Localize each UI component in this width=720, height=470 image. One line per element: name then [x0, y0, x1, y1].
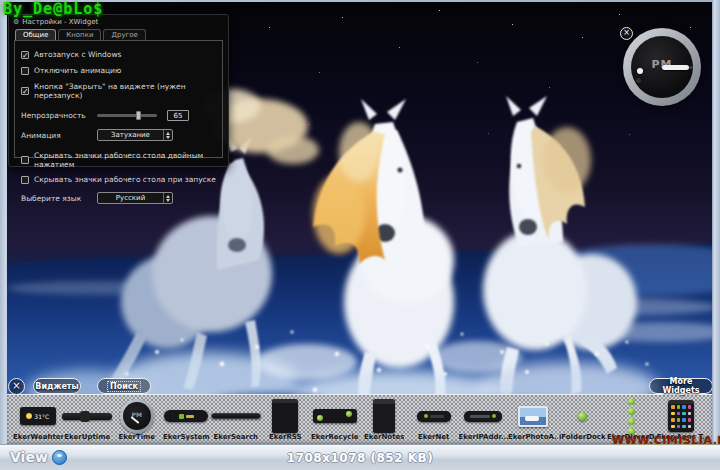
hide-dblclick-checkbox[interactable]: [21, 156, 29, 164]
clock-hour-hand: [662, 65, 689, 70]
dock-item-ekeruptime[interactable]: EkerUptime: [63, 398, 113, 442]
opacity-value[interactable]: 65: [167, 110, 189, 121]
close-btn-row[interactable]: ✓ Кнопка "Закрыть" на виджете (нужен пер…: [21, 82, 216, 100]
dock-item-label: EkerWeahter: [13, 433, 63, 442]
dock-close-button[interactable]: ×: [8, 378, 25, 395]
net-widget-preview: [417, 411, 451, 422]
autostart-row[interactable]: ✓ Автозапуск с Windows: [21, 50, 216, 59]
search-widget-preview: [211, 413, 261, 419]
photo-widget-preview: [518, 406, 548, 427]
dock-item-ekerrecycle[interactable]: EkerRecycle: [310, 398, 360, 442]
hide-dblclick-label: Скрывать значки рабочего стола двойным н…: [34, 151, 216, 169]
hide-startup-row[interactable]: Скрывать значки рабочего стола при запус…: [21, 175, 216, 184]
desktop-wallpaper: ⚙ Настройки - XWidget Общие Кнопки Друго…: [7, 2, 712, 444]
site-watermark: WWW.CIMISLIA.NET: [612, 434, 720, 447]
rss-widget-preview: [272, 399, 298, 433]
language-dropdown[interactable]: Русский: [97, 192, 173, 204]
dock-item-label: EkerNotes: [364, 433, 404, 442]
animation-dropdown[interactable]: Затухание: [97, 129, 173, 141]
opacity-slider-thumb[interactable]: [136, 111, 141, 120]
animation-value: Затухание: [98, 130, 163, 140]
dock-item-label: EkerTime: [118, 433, 155, 442]
dock-item-label: EkerSystem: [163, 433, 210, 442]
dock-item-ifolderdock[interactable]: iFolderDock: [558, 398, 608, 442]
dialog-body: ✓ Автозапуск с Windows Отключить анимаци…: [14, 40, 223, 158]
graffiti-signature: By_De@bLo$: [3, 0, 103, 18]
dock-item-ekeripaddr[interactable]: EkerIPAddr...: [459, 398, 509, 442]
preview-period-label: PM: [120, 411, 154, 418]
dock-item-label: EkerIPAddr...: [459, 433, 509, 442]
widget-dock: 31°C EkerWeahter EkerUptime PM EkerTime: [7, 394, 712, 444]
dialog-tabs: Общие Кнопки Другое: [15, 29, 228, 40]
autostart-label: Автозапуск с Windows: [34, 50, 121, 59]
system-widget-preview: [164, 410, 208, 422]
weather-temp: 31°C: [34, 413, 49, 420]
settings-dialog: ⚙ Настройки - XWidget Общие Кнопки Друго…: [8, 14, 229, 167]
driver-widget-preview: [628, 398, 635, 435]
viewer-statusbar: View 1708x1078 (852 KB): [0, 444, 720, 470]
spinner-arrows-icon[interactable]: [163, 130, 172, 140]
close-btn-checkbox[interactable]: ✓: [21, 87, 29, 95]
tab-other[interactable]: Другое: [103, 29, 145, 40]
hide-startup-checkbox[interactable]: [21, 176, 29, 184]
spinner-arrows-icon[interactable]: [163, 193, 172, 203]
language-label: Выберите язык: [21, 194, 97, 203]
dock-item-label: EkerUptime: [64, 433, 110, 442]
disable-anim-checkbox[interactable]: [21, 67, 29, 75]
uptime-widget-preview: [62, 413, 112, 420]
disable-anim-row[interactable]: Отключить анимацию: [21, 66, 216, 75]
dock-item-ekernotes[interactable]: EkerNotes: [360, 398, 410, 442]
hide-dblclick-row[interactable]: Скрывать значки рабочего стола двойным н…: [21, 151, 216, 169]
notes-widget-preview: [373, 399, 395, 433]
dock-item-label: EkerRSS: [269, 433, 302, 442]
animation-label: Анимация: [21, 131, 97, 140]
dock-item-ekerphotoalbum[interactable]: EkerPhotoA...: [508, 398, 558, 442]
dock-item-ekerrss[interactable]: EkerRSS: [261, 398, 311, 442]
ipaddr-widget-preview: [464, 411, 502, 422]
ifolder-widget-preview: [578, 412, 587, 421]
dock-item-label: EkerPhotoA...: [508, 433, 558, 442]
widget-close-icon[interactable]: ×: [620, 27, 633, 40]
image-viewer-frame: ⚙ Настройки - XWidget Общие Кнопки Друго…: [0, 0, 720, 470]
gear-icon: ⚙: [13, 19, 19, 26]
disable-anim-label: Отключить анимацию: [34, 66, 121, 75]
clock-face: PM: [631, 36, 693, 98]
autostart-checkbox[interactable]: ✓: [21, 51, 29, 59]
dock-item-label: EkerRecycle: [311, 433, 359, 442]
clock-dark-dot: [636, 78, 641, 83]
clock-widget[interactable]: × PM: [623, 28, 701, 106]
apps-widget-preview: [668, 400, 694, 432]
dock-item-label: EkerNet: [418, 433, 449, 442]
language-value: Русский: [98, 193, 163, 203]
search-button-label: Поиск: [108, 382, 140, 391]
search-button[interactable]: Поиск: [97, 378, 151, 394]
hide-startup-label: Скрывать значки рабочего стола при запус…: [34, 175, 216, 184]
animation-row: Анимация Затухание: [21, 129, 216, 141]
dock-item-ekernet[interactable]: EkerNet: [409, 398, 459, 442]
opacity-slider[interactable]: [97, 114, 157, 117]
dock-item-ekertime[interactable]: PM EkerTime: [112, 398, 162, 442]
close-btn-label: Кнопка "Закрыть" на виджете (нужен перез…: [34, 82, 216, 100]
widgets-button[interactable]: Виджеты: [33, 378, 81, 394]
tab-general[interactable]: Общие: [15, 29, 56, 40]
time-widget-preview: PM: [120, 399, 154, 433]
clock-minute-dot: [637, 68, 643, 74]
dialog-title: Настройки - XWidget: [22, 18, 98, 26]
recycle-widget-preview: [313, 409, 357, 423]
dock-item-ekerweather[interactable]: 31°C EkerWeahter: [13, 398, 63, 442]
dock-item-label: iFolderDock: [559, 433, 606, 442]
dock-item-ekersystem[interactable]: EkerSystem: [162, 398, 212, 442]
tab-buttons[interactable]: Кнопки: [58, 29, 101, 40]
opacity-label: Непрозрачность: [21, 111, 97, 120]
opacity-row: Непрозрачность 65: [21, 110, 216, 121]
sun-icon: [26, 413, 32, 419]
more-widgets-button[interactable]: More Widgets: [649, 378, 712, 394]
weather-widget-preview: 31°C: [20, 407, 56, 425]
dock-item-ekersearch[interactable]: EkerSearch: [211, 398, 261, 442]
language-row: Выберите язык Русский: [21, 192, 216, 204]
dock-item-label: EkerSearch: [213, 433, 258, 442]
image-info: 1708x1078 (852 KB): [0, 451, 720, 465]
